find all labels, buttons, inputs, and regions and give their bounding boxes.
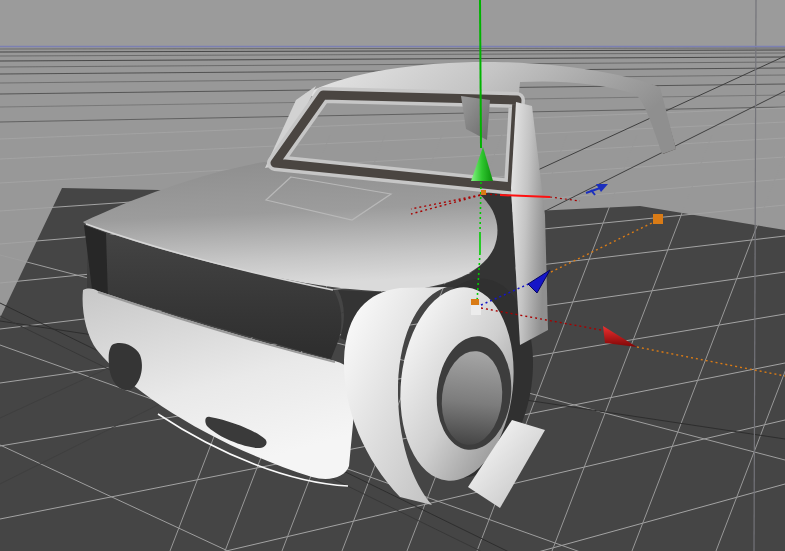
sky-background	[0, 0, 785, 47]
3d-viewport[interactable]	[0, 0, 785, 551]
origin-orange-handle[interactable]	[471, 299, 479, 306]
world-y-axis-line	[480, 0, 481, 148]
viewport-canvas[interactable]	[0, 0, 785, 551]
secondary-orange-handle[interactable]	[481, 190, 486, 195]
origin-handle[interactable]	[471, 305, 481, 315]
z-axis-handle[interactable]	[653, 214, 663, 224]
